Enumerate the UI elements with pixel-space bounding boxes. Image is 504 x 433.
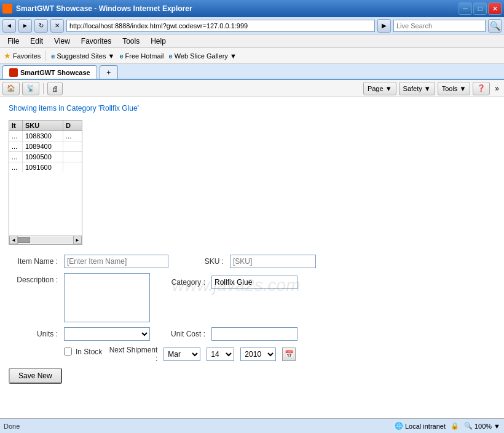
tab-smartgwt[interactable]: SmartGWT Showcase xyxy=(2,65,97,79)
new-tab-button[interactable]: + xyxy=(100,65,118,79)
page-button[interactable]: Page ▼ xyxy=(363,82,396,95)
calendar-button[interactable]: 📅 xyxy=(282,348,296,361)
close-button[interactable]: ✕ xyxy=(488,2,502,15)
toolbar: 🏠 📡 🖨 Page ▼ Safety ▼ Tools ▼ ❓ » xyxy=(0,80,504,97)
go-button[interactable]: ▶ xyxy=(377,19,391,33)
col-header-it: It xyxy=(9,121,23,130)
stop-button[interactable]: ✕ xyxy=(50,19,64,33)
month-select[interactable]: Mar JanFebApr MayJunJul AugSepOct NovDec xyxy=(163,348,200,361)
zoom-control[interactable]: 🔍 100% ▼ xyxy=(464,422,500,430)
col-header-d: D xyxy=(63,121,76,130)
grid-header: It SKU D xyxy=(9,121,82,131)
zoom-dropdown-icon: ▼ xyxy=(494,423,500,430)
in-stock-container: In Stock xyxy=(64,348,102,356)
next-shipment-label: Next Shipment : xyxy=(108,346,157,363)
menu-favorites[interactable]: Favorites xyxy=(76,36,116,47)
menu-file[interactable]: File xyxy=(2,36,24,47)
title-bar: SmartGWT Showcase - Windows Internet Exp… xyxy=(0,0,504,17)
cell-d-3 xyxy=(63,162,76,172)
ie-icon-1: e xyxy=(51,52,55,60)
day-select[interactable]: 14 xyxy=(207,348,234,361)
ie-icon-3: e xyxy=(169,52,173,60)
grid-scroll-area[interactable]: ... 1088300 ... ... 1089400 ... 1090500 … xyxy=(9,131,82,236)
intranet-status: 🌐 Local intranet xyxy=(395,422,446,430)
col-header-sku: SKU xyxy=(23,121,63,130)
window-title: SmartGWT Showcase - Windows Internet Exp… xyxy=(16,4,192,13)
save-new-button[interactable]: Save New xyxy=(9,368,62,384)
address-bar: ◄ ► ↻ ✕ ▶ 🔍 xyxy=(0,17,504,34)
maximize-button[interactable]: □ xyxy=(473,2,487,15)
status-text: Done xyxy=(4,423,20,430)
globe-icon: 🌐 xyxy=(395,422,403,430)
unit-cost-input[interactable] xyxy=(211,327,297,341)
form-row-1: Item Name : SKU : xyxy=(9,255,495,268)
search-button[interactable]: 🔍 xyxy=(488,19,502,33)
table-row[interactable]: ... 1090500 xyxy=(9,152,82,162)
favorites-button[interactable]: ★ Favorites xyxy=(4,51,41,60)
in-stock-label: In Stock xyxy=(76,348,102,356)
category-label: Showing items in Category 'Rollfix Glue' xyxy=(9,103,495,114)
print-button[interactable]: 🖨 xyxy=(47,82,63,95)
category-row: Category : xyxy=(156,273,297,289)
cell-d-0: ... xyxy=(63,131,76,141)
category-input[interactable] xyxy=(211,276,297,289)
web-slice-gallery[interactable]: e Web Slice Gallery ▼ xyxy=(169,52,237,60)
cell-it-2: ... xyxy=(9,152,23,162)
refresh-button[interactable]: ↻ xyxy=(34,19,48,33)
cell-sku-3: 1091600 xyxy=(23,162,63,172)
scroll-track[interactable] xyxy=(18,237,73,243)
favorites-bar: ★ Favorites e Suggested Sites ▼ e Free H… xyxy=(0,48,504,64)
sku-input[interactable] xyxy=(230,255,316,268)
cell-it-1: ... xyxy=(9,141,23,151)
star-icon: ★ xyxy=(4,51,11,60)
tools-button[interactable]: Tools ▼ xyxy=(438,82,471,95)
table-row[interactable]: ... 1091600 xyxy=(9,162,82,172)
cell-d-2 xyxy=(63,152,76,162)
unit-cost-label: Unit Cost : xyxy=(156,330,205,338)
suggested-sites[interactable]: e Suggested Sites ▼ xyxy=(51,52,114,60)
scroll-left-button[interactable]: ◄ xyxy=(9,236,18,244)
home-button[interactable]: 🏠 xyxy=(2,82,20,95)
menu-edit[interactable]: Edit xyxy=(25,36,48,47)
back-button[interactable]: ◄ xyxy=(2,19,16,33)
menu-tools[interactable]: Tools xyxy=(117,36,144,47)
free-hotmail[interactable]: e Free Hotmail xyxy=(119,52,163,60)
app-icon xyxy=(2,4,12,14)
scroll-thumb[interactable] xyxy=(18,237,30,243)
category-label: Category : xyxy=(156,278,205,287)
form-row-4: In Stock Next Shipment : Mar JanFebApr M… xyxy=(9,346,495,363)
item-name-label: Item Name : xyxy=(9,257,58,266)
menu-help[interactable]: Help xyxy=(146,36,171,47)
forward-button[interactable]: ► xyxy=(18,19,32,33)
cell-d-1 xyxy=(63,141,76,151)
item-name-input[interactable] xyxy=(64,255,168,268)
minimize-button[interactable]: ─ xyxy=(459,2,472,15)
help-button[interactable]: ❓ xyxy=(473,82,490,95)
form-row-3: Units : Unit Cost : xyxy=(9,327,495,341)
scroll-right-button[interactable]: ► xyxy=(73,236,82,244)
menu-bar: File Edit View Favorites Tools Help xyxy=(0,34,504,48)
divider-1 xyxy=(45,51,46,61)
save-row: Save New xyxy=(9,368,495,384)
sku-label: SKU : xyxy=(175,257,224,266)
more-button[interactable]: » xyxy=(492,84,502,93)
grid-horizontal-scrollbar[interactable]: ◄ ► xyxy=(9,236,82,244)
cell-sku-1: 1089400 xyxy=(23,141,63,151)
units-select[interactable] xyxy=(64,327,150,341)
table-row[interactable]: ... 1088300 ... xyxy=(9,131,82,141)
address-input[interactable] xyxy=(66,20,375,32)
table-row[interactable]: ... 1089400 xyxy=(9,141,82,152)
toolbar-separator xyxy=(43,83,44,94)
status-bar: Done 🌐 Local intranet 🔒 🔍 100% ▼ xyxy=(0,418,504,433)
cell-it-3: ... xyxy=(9,162,23,172)
tab-bar: SmartGWT Showcase + xyxy=(0,64,504,80)
units-label: Units : xyxy=(9,330,58,338)
in-stock-checkbox[interactable] xyxy=(64,348,72,356)
safety-button[interactable]: Safety ▼ xyxy=(399,82,435,95)
description-textarea[interactable] xyxy=(64,273,150,322)
search-input[interactable] xyxy=(393,20,486,32)
menu-view[interactable]: View xyxy=(49,36,75,47)
tab-icon xyxy=(9,68,18,77)
year-select[interactable]: 2010 xyxy=(240,348,276,361)
feed-button[interactable]: 📡 xyxy=(22,82,39,95)
